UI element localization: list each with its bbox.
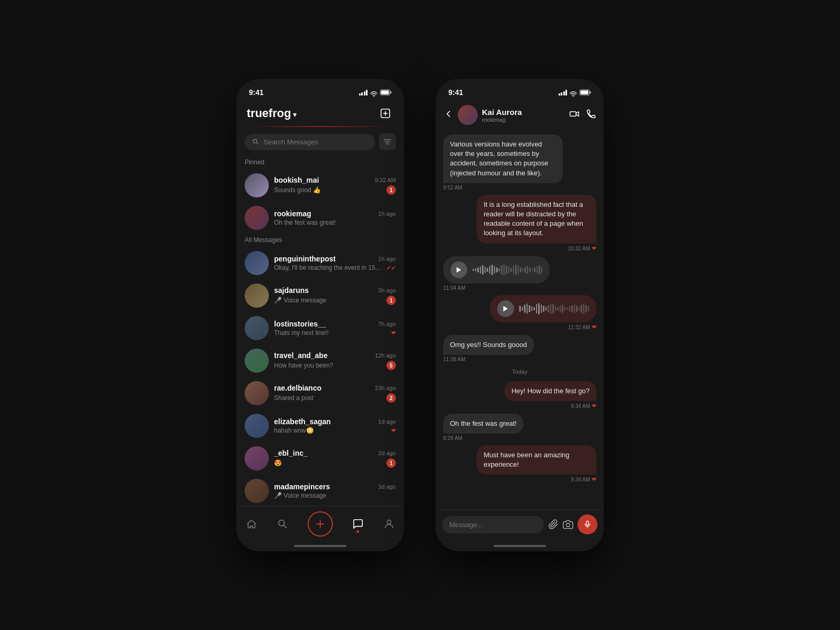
bubble-received-1: Various versions have evolved over the y… — [443, 134, 563, 183]
nav-search[interactable] — [277, 518, 288, 530]
conv-time-travel: 12h ago — [375, 352, 396, 359]
search-box[interactable]: Search Messages — [245, 134, 375, 150]
nav-messages[interactable] — [352, 518, 364, 530]
play-button-sent[interactable] — [497, 300, 514, 317]
search-nav-icon — [277, 518, 288, 530]
conv-preview-rae: Shared a post — [274, 394, 383, 402]
chat-handle: rookimag — [482, 117, 565, 123]
attach-button[interactable] — [548, 519, 559, 530]
conv-time-sajda: 3h ago — [378, 287, 396, 293]
home-indicator-right — [436, 541, 604, 551]
nav-home[interactable] — [246, 518, 257, 530]
conv-name-elizabeth: elizabeth_sagan — [274, 417, 331, 426]
conv-time-ebl: 2d ago — [378, 450, 396, 456]
chat-avatar — [458, 105, 478, 125]
msg-sent-1: It is a long established fact that a rea… — [443, 195, 596, 252]
battery-icon-right — [580, 89, 591, 96]
phone-call-button[interactable] — [586, 109, 596, 121]
avatar-madame — [245, 479, 269, 503]
svg-rect-16 — [581, 90, 589, 94]
conv-info-madame: madamepincers 3d ago 🎤 Voice message — [274, 482, 396, 499]
bubble-received-2: Omg yes!! Sounds goood — [443, 335, 534, 355]
conv-info-ebl: _ebl_inc_ 2d ago 😍 1 — [274, 449, 396, 468]
chat-username: Kai Aurora — [482, 108, 565, 117]
chat-user-info: Kai Aurora rookimag — [482, 108, 565, 123]
messages-icon — [352, 518, 364, 530]
bubble-text-sent-1: It is a long established fact that a rea… — [484, 201, 583, 237]
filter-button[interactable] — [379, 133, 396, 150]
bubble-sent-2: Hey! How did the fest go? — [505, 381, 596, 401]
read-heart-lost: ❤ — [391, 330, 396, 337]
bubble-time-1: 9:52 AM — [443, 185, 463, 191]
svg-point-20 — [566, 523, 570, 527]
chevron-down-icon: ▾ — [293, 110, 297, 119]
bubble-sent-1: It is a long established fact that a rea… — [477, 195, 596, 244]
nav-profile[interactable] — [383, 518, 395, 530]
badge-ebl: 1 — [386, 458, 396, 468]
conv-item-rookiemag[interactable]: rookiemag 1h ago Oh the fest was great! — [236, 202, 404, 234]
heart-sent-3: ❤ — [592, 476, 596, 483]
conv-item-lost[interactable]: lostinstories__ 7h ago Thats my next lin… — [236, 312, 404, 344]
wifi-icon — [370, 90, 377, 95]
waveform-sent — [519, 301, 589, 316]
svg-point-0 — [373, 96, 374, 97]
left-phone: 9:41 truefrog ▾ — [236, 79, 404, 551]
signal-icon — [359, 89, 368, 96]
search-icon — [252, 138, 259, 145]
svg-rect-21 — [586, 521, 589, 525]
msg-received-1: Various versions have evolved over the y… — [443, 134, 596, 191]
badge-bookish: 1 — [386, 185, 396, 195]
conv-item-elizabeth[interactable]: elizabeth_sagan 1d ago hahah wow😳 ❤ — [236, 410, 404, 442]
conv-preview-sajda: 🎤 Voice message — [274, 297, 383, 304]
conv-item-bookish[interactable]: bookish_mai 9:32 AM Sounds good 👍 1 — [236, 169, 404, 202]
camera-button[interactable] — [563, 519, 573, 530]
nav-dot — [356, 530, 359, 533]
heart-sent-2: ❤ — [592, 403, 596, 410]
right-phone: 9:41 Kai Aurora rookimag — [436, 79, 604, 551]
conv-info-lost: lostinstories__ 7h ago Thats my next lin… — [274, 320, 396, 337]
voice-bubble-sent — [490, 295, 596, 322]
conv-item-ebl[interactable]: _ebl_inc_ 2d ago 😍 1 — [236, 442, 404, 475]
bubble-text-1: Various versions have evolved over the y… — [450, 140, 548, 177]
conv-name-penguin: penguininthepost — [274, 255, 335, 263]
chat-messages: Various versions have evolved over the y… — [436, 129, 604, 510]
conv-item-madame[interactable]: madamepincers 3d ago 🎤 Voice message — [236, 475, 404, 507]
nav-add-button[interactable] — [308, 511, 333, 537]
compose-button[interactable] — [377, 105, 394, 122]
bubble-time-sent-3: 9:34 AM ❤ — [571, 476, 596, 483]
conv-item-travel[interactable]: travel_and_abe 12h ago How have you been… — [236, 344, 404, 377]
signal-icon-right — [559, 89, 568, 96]
message-input[interactable]: Message... — [442, 516, 544, 533]
voice-bubble-received — [443, 256, 550, 284]
svg-line-10 — [284, 525, 286, 528]
conv-info-rookiemag: rookiemag 1h ago Oh the fest was great! — [274, 209, 396, 226]
play-button-received[interactable] — [450, 261, 467, 278]
conv-item-sajda[interactable]: sajdaruns 3h ago 🎤 Voice message 1 — [236, 279, 404, 312]
all-messages-label: All Messages — [236, 234, 404, 247]
conv-item-rae[interactable]: rae.delbianco 23h ago Shared a post 2 — [236, 377, 404, 410]
day-separator: Today — [443, 366, 596, 377]
conv-info-bookish: bookish_mai 9:32 AM Sounds good 👍 1 — [274, 176, 396, 195]
home-icon — [246, 518, 257, 530]
conv-info-sajda: sajdaruns 3h ago 🎤 Voice message 1 — [274, 286, 396, 305]
msg-sent-3: Must have been an amazing experience! 9:… — [443, 445, 596, 483]
svg-rect-17 — [570, 112, 576, 116]
avatar-bookish — [245, 173, 269, 197]
mic-record-button[interactable] — [578, 514, 597, 534]
status-icons-right — [559, 89, 592, 96]
voice-time-sent: 11:32 AM ❤ — [568, 324, 596, 331]
read-tick-penguin: ✔✔ — [386, 265, 396, 271]
video-call-button[interactable] — [569, 109, 580, 121]
title-group[interactable]: truefrog ▾ — [247, 107, 297, 120]
back-button[interactable] — [443, 109, 454, 121]
conv-name-sajda: sajdaruns — [274, 286, 309, 295]
conv-preview-elizabeth: hahah wow😳 — [274, 427, 391, 434]
conv-preview-lost: Thats my next line!! — [274, 329, 391, 337]
conv-item-penguin[interactable]: penguininthepost 1h ago Okay, I'll be re… — [236, 247, 404, 279]
badge-travel: 5 — [386, 361, 396, 370]
svg-point-14 — [573, 96, 574, 97]
avatar-elizabeth — [245, 414, 269, 438]
status-bar-left: 9:41 — [236, 79, 404, 100]
msg-voice-received: 11:04 AM — [443, 256, 596, 291]
svg-marker-19 — [503, 306, 508, 311]
